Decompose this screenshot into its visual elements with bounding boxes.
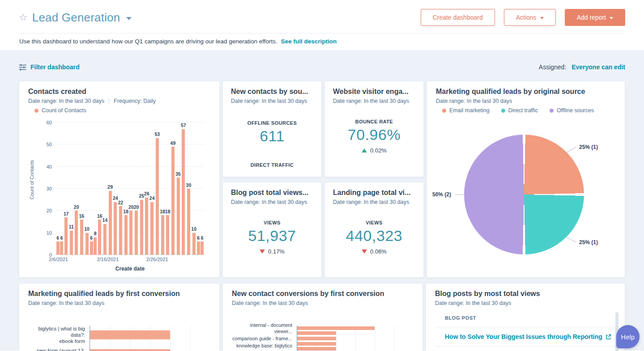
bar-column: 22 (118, 200, 124, 255)
blog-post-link[interactable]: How to Solve Your Biggest Issues through… (445, 333, 611, 340)
card-title: Blog post total views... (231, 189, 313, 197)
create-dashboard-label: Create dashboard (433, 14, 483, 21)
bar-column: 6 (56, 236, 60, 255)
date-range: Date range: In the last 30 days (232, 300, 308, 306)
bar (297, 347, 336, 351)
bar (182, 129, 185, 255)
bar (297, 331, 336, 335)
bar-value-label: 18 (165, 209, 171, 214)
page-header: ☆ Lead Generation Create dashboard Actio… (0, 0, 644, 50)
bar-value-label: 18 (160, 209, 165, 214)
bar-value-label: 20 (128, 205, 134, 210)
table-row: Market Analysis for High Tech (435, 347, 616, 351)
bar-value-label: 16 (79, 214, 85, 219)
favorite-star-icon[interactable]: ☆ (19, 13, 28, 22)
actions-button[interactable]: Actions (504, 9, 556, 26)
bar-value-label: 17 (64, 211, 69, 216)
table-row: internal - document viewer... (232, 326, 414, 331)
bar-column: 6 (200, 236, 205, 255)
bar-track (297, 346, 414, 351)
table-row: biglytics | what is big data?: ebook for… (28, 326, 210, 344)
bar (297, 342, 336, 346)
help-button[interactable]: Help (616, 325, 640, 348)
bar-value-label: 11 (69, 224, 74, 229)
metric-value: 51,937 (248, 227, 296, 245)
add-report-button[interactable]: Add report (565, 9, 625, 26)
card-title: New contacts by sou... (231, 88, 313, 96)
bars-group: 6617112016106816142924221820202526245318… (56, 123, 204, 255)
filter-dashboard-label: Filter dashboard (30, 63, 80, 71)
metric-label: VIEWS (264, 220, 280, 225)
assigned-value-link[interactable]: Everyone can edit (571, 63, 625, 71)
date-range: Date range: In the last 30 days (435, 300, 511, 306)
bar-column: 17 (64, 211, 69, 255)
bar-column: 11 (69, 224, 74, 255)
card-website-visitor-engagement: Website visitor enga... Date range: In t… (324, 81, 424, 177)
metric-value: 440,323 (346, 227, 402, 245)
add-report-label: Add report (577, 14, 606, 21)
frequency: Frequency: Daily (114, 98, 156, 104)
delta-value: 0.02% (370, 147, 387, 154)
pie-slice-callout: 25% (1) (579, 144, 598, 150)
bar-value-label: 20 (74, 205, 79, 210)
bar-track (90, 326, 210, 344)
y-tick-label: 50 (47, 142, 52, 147)
bar-column: 49 (171, 141, 176, 255)
legend-dot-coral (34, 109, 38, 113)
bar-column: 16 (79, 214, 85, 255)
card-blog-post-total-views: Blog post total views... Date range: In … (222, 182, 322, 278)
bar-column: 20 (74, 205, 79, 255)
up-triangle-icon (362, 148, 367, 152)
x-tick-label: 2/16/2021 (97, 257, 119, 262)
bar-column: 25 (139, 194, 144, 255)
page-title: Lead Generation (32, 11, 120, 25)
bar-column: 18 (160, 209, 165, 255)
bar-column: 24 (113, 196, 118, 255)
pie-slice-callout: 25% (1) (579, 239, 598, 245)
chevron-down-icon (610, 17, 613, 19)
dashboard-body: Filter dashboard Assigned: Everyone can … (0, 50, 644, 351)
down-triangle-icon (362, 250, 367, 254)
horizontal-bar-chart: biglytics | what is big data?: ebook for… (28, 326, 210, 351)
bar-column: 24 (149, 196, 155, 255)
callout-line (455, 195, 464, 195)
filter-dashboard-button[interactable]: Filter dashboard (19, 63, 80, 71)
bar (90, 330, 170, 339)
bar-column: 10 (191, 227, 196, 255)
bar-value-label: 16 (97, 214, 102, 219)
card-conversions-by-first-conversion: New contact conversions by first convers… (222, 283, 423, 351)
bar-value-label: 10 (84, 227, 90, 232)
bar-value-label: 6 (201, 236, 204, 241)
bar-column: 6 (90, 236, 94, 255)
blog-posts-table: BLOG POST How to Solve Your Biggest Issu… (435, 312, 616, 351)
metric-value: 611 (260, 127, 285, 145)
delta-value: 0.06% (370, 248, 387, 255)
bar-chart-plot-area: 0102030405060661711201610681614292422182… (56, 123, 204, 255)
table-row: new form (august 13, 2020 (28, 344, 210, 351)
bar (56, 241, 60, 255)
bar-column: 10 (84, 227, 90, 255)
chevron-down-icon (540, 17, 544, 19)
create-dashboard-button[interactable]: Create dashboard (421, 9, 495, 26)
card-contacts-created: Contacts created Date range: In the last… (19, 81, 220, 278)
bar-column: 29 (107, 185, 113, 255)
bar-value-label: 53 (154, 132, 160, 137)
bar-value-label: 8 (94, 231, 97, 236)
bar-value-label: 30 (186, 183, 192, 188)
bar (90, 349, 170, 351)
bar (70, 231, 73, 255)
bar (119, 206, 122, 255)
x-tick-label: 2/26/2021 (146, 257, 168, 262)
bar (64, 217, 68, 255)
bar (60, 241, 63, 255)
bar-value-label: 29 (107, 185, 113, 190)
bar-column: 26 (144, 191, 149, 255)
see-full-description-link[interactable]: See full description (281, 38, 337, 45)
bar (297, 337, 336, 340)
bar-column: 30 (186, 183, 192, 255)
title-dropdown-caret-icon[interactable] (126, 17, 132, 20)
bar-column: 6 (196, 236, 200, 255)
bar-track (297, 336, 414, 341)
blog-post-title: How to Solve Your Biggest Issues through… (445, 333, 602, 340)
bar-value-label: 26 (144, 191, 149, 196)
